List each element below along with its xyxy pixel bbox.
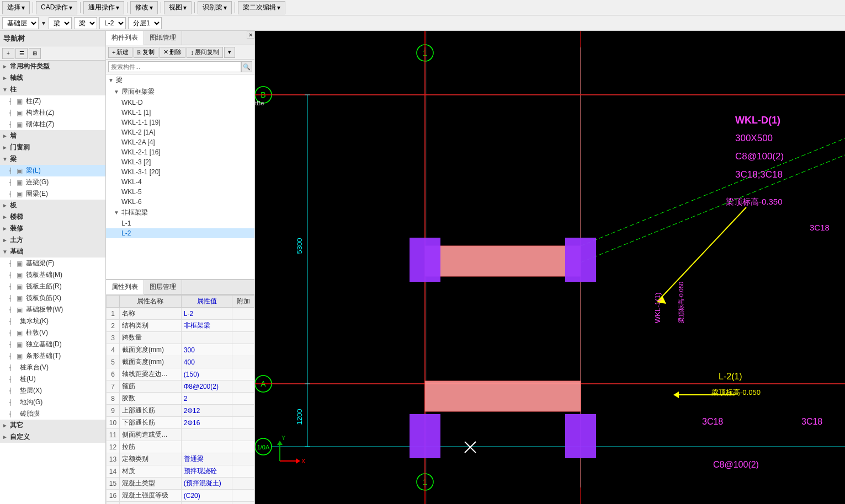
nav-tree-item[interactable]: ┤砖胎膜: [0, 408, 105, 420]
nav-tree-item[interactable]: ┤地沟(G): [0, 396, 105, 408]
prop-attach[interactable]: [232, 502, 254, 505]
nav-tree-item[interactable]: ►墙: [0, 130, 105, 142]
prop-value[interactable]: [181, 332, 232, 344]
prop-value[interactable]: 2Φ12: [181, 405, 232, 417]
cad-op-btn[interactable]: CAD操作 ▾: [36, 1, 77, 14]
view-btn[interactable]: 视图 ▾: [164, 1, 192, 14]
prop-value[interactable]: 非框架梁: [181, 320, 232, 332]
select-btn[interactable]: 选择 ▾: [2, 1, 30, 14]
nav-tree-item[interactable]: ►轴线: [0, 72, 105, 84]
comp-tree-item[interactable]: WKL-2-1 [16]: [106, 147, 254, 157]
nav-tree-item[interactable]: ┤桩(U): [0, 373, 105, 385]
prop-value[interactable]: 预拌现浇砼: [181, 465, 232, 478]
prop-attach[interactable]: [232, 380, 254, 393]
prop-attach[interactable]: [232, 308, 254, 320]
nav-tree-item[interactable]: ▼基础: [0, 246, 105, 258]
layer-copy-btn[interactable]: ↕ 层间复制: [187, 47, 223, 58]
recog-beam-btn[interactable]: 识别梁 ▾: [198, 1, 232, 14]
comp-tree-item[interactable]: L-2: [106, 228, 254, 238]
nav-tree-item[interactable]: ┤▣ 条形基础(T): [0, 350, 105, 362]
nav-tree-item[interactable]: ┤▣ 圈梁(E): [0, 188, 105, 200]
more-btn[interactable]: ▾: [224, 47, 235, 58]
new-btn[interactable]: + 新建: [108, 47, 132, 58]
nav-tree-item[interactable]: ►门窗洞: [0, 142, 105, 153]
category-select[interactable]: 梁: [49, 17, 72, 29]
nav-tree-item[interactable]: ►板: [0, 200, 105, 211]
prop-attach[interactable]: [232, 393, 254, 405]
prop-attach[interactable]: [232, 465, 254, 478]
comp-tree-item[interactable]: WKL-5: [106, 187, 254, 197]
comp-tree-item[interactable]: WKL-1 [1]: [106, 108, 254, 117]
comp-tree-item[interactable]: ▼ 梁: [106, 74, 254, 86]
comp-tree-item[interactable]: WKL-4: [106, 177, 254, 187]
comp-tree-item[interactable]: ▼ 非框架梁: [106, 207, 254, 218]
prop-value[interactable]: 普通梁: [181, 453, 232, 465]
beam-edit2-btn[interactable]: 梁二次编辑 ▾: [238, 1, 285, 14]
prop-value[interactable]: L-2: [181, 308, 232, 320]
prop-value[interactable]: [181, 441, 232, 453]
nav-tree-item[interactable]: ►自定义: [0, 431, 105, 443]
nav-tree-item[interactable]: ►楼梯: [0, 211, 105, 223]
nav-tree-item[interactable]: ┤▣ 梁(L): [0, 165, 105, 176]
nav-list-btn[interactable]: ☰: [15, 48, 28, 59]
prop-value[interactable]: (无): [181, 502, 232, 505]
prop-value[interactable]: Φ8@200(2): [181, 380, 232, 393]
nav-add-btn[interactable]: +: [2, 48, 14, 59]
copy-btn[interactable]: ⎘ 复制: [134, 47, 158, 58]
prop-value[interactable]: (150): [181, 368, 232, 380]
tab-props-list[interactable]: 属性列表: [106, 280, 144, 294]
tab-comp-list[interactable]: 构件列表: [106, 31, 144, 45]
cad-canvas[interactable]: 1 1 B A 1/0A: [255, 31, 845, 504]
nav-tree-item[interactable]: ┤▣ 筏板主筋(R): [0, 281, 105, 292]
prop-value[interactable]: 2: [181, 393, 232, 405]
prop-value[interactable]: 300: [181, 344, 232, 356]
prop-attach[interactable]: [232, 405, 254, 417]
prop-attach[interactable]: [232, 344, 254, 356]
floor-select[interactable]: 基础层: [2, 17, 39, 29]
comp-tree-item[interactable]: WKL-3-1 [20]: [106, 167, 254, 177]
nav-tree-item[interactable]: ►装修: [0, 223, 105, 234]
prop-value[interactable]: 2Φ16: [181, 417, 232, 429]
prop-attach[interactable]: [232, 490, 254, 502]
prop-attach[interactable]: [232, 368, 254, 380]
nav-tree-item[interactable]: ┤▣ 独立基础(D): [0, 339, 105, 350]
comp-tree-item[interactable]: WKL-2 [1A]: [106, 127, 254, 137]
prop-attach[interactable]: [232, 429, 254, 441]
prop-value[interactable]: [181, 429, 232, 441]
nav-tree-item[interactable]: ┤▣ 筏板基础(M): [0, 269, 105, 281]
nav-tree-item[interactable]: ┤垫层(X): [0, 385, 105, 396]
type-select[interactable]: 梁: [74, 17, 97, 29]
layer-select[interactable]: 分层1: [128, 17, 162, 29]
search-input[interactable]: [108, 61, 241, 72]
delete-btn[interactable]: ✕ 删除: [160, 47, 185, 58]
nav-tree-item[interactable]: ►土方: [0, 234, 105, 246]
comp-select[interactable]: L-2: [99, 17, 126, 29]
prop-attach[interactable]: [232, 478, 254, 490]
comp-tree-item[interactable]: WKL-3 [2]: [106, 157, 254, 167]
nav-tree-item[interactable]: ┤▣ 砌体柱(Z): [0, 119, 105, 130]
nav-tree-item[interactable]: ▼梁: [0, 153, 105, 165]
nav-tree-item[interactable]: ┤▣ 基础梁(F): [0, 258, 105, 269]
nav-tree-item[interactable]: ┤▣ 柱敦(V): [0, 327, 105, 339]
tab-layer-mgr[interactable]: 图层管理: [144, 280, 182, 294]
prop-value[interactable]: 400: [181, 356, 232, 368]
tab-drawing-mgr[interactable]: 图纸管理: [144, 31, 182, 45]
prop-attach[interactable]: [232, 417, 254, 429]
prop-value[interactable]: (预拌混凝土): [181, 478, 232, 490]
nav-tree-item[interactable]: ┤▣ 连梁(G): [0, 176, 105, 188]
nav-tree-item[interactable]: ┤▣ 筏板负筋(X): [0, 292, 105, 304]
nav-tree-item[interactable]: ┤桩承台(V): [0, 362, 105, 373]
nav-tree-item[interactable]: ►常用构件类型: [0, 61, 105, 72]
comp-tree-item[interactable]: L-1: [106, 218, 254, 228]
prop-attach[interactable]: [232, 320, 254, 332]
general-op-btn[interactable]: 通用操作 ▾: [83, 1, 124, 14]
modify-btn[interactable]: 修改 ▾: [130, 1, 158, 14]
comp-tree-item[interactable]: ▼ 屋面框架梁: [106, 86, 254, 98]
comp-tree-item[interactable]: WKL-1-1 [19]: [106, 117, 254, 127]
nav-grid-btn[interactable]: ⊞: [29, 48, 41, 59]
nav-tree-item[interactable]: ►其它: [0, 420, 105, 431]
prop-attach[interactable]: [232, 453, 254, 465]
prop-attach[interactable]: [232, 441, 254, 453]
nav-tree-item[interactable]: ┤集水坑(K): [0, 315, 105, 327]
comp-tree-item[interactable]: WKL-D: [106, 98, 254, 108]
